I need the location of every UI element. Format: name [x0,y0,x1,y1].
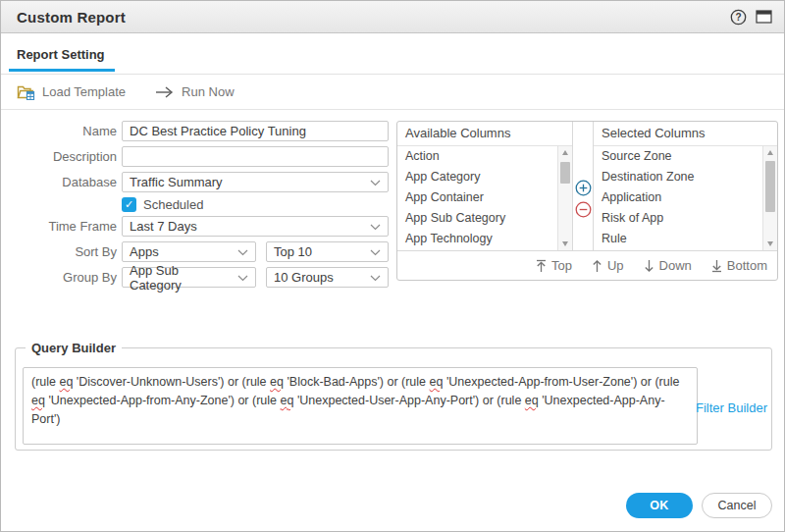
sort-limit-value: Top 10 [274,244,312,259]
group-by-value: App Sub Category [130,263,232,293]
scheduled-row: Scheduled [122,197,203,212]
sort-by-select[interactable]: Apps [122,241,256,262]
name-input[interactable] [122,121,389,141]
description-row: Description [1,146,389,167]
arrow-to-top-icon [536,259,547,273]
move-up-label: Up [607,258,624,273]
time-frame-row: Time Frame Last 7 Days [1,216,389,237]
list-item[interactable]: App Technology [397,229,557,249]
query-builder-legend: Query Builder [26,341,122,355]
list-item[interactable]: Rule [594,229,762,249]
list-item[interactable]: Source Zone [594,146,762,167]
run-now-label: Run Now [182,84,234,99]
move-top-label: Top [551,258,572,273]
selected-columns-header: Selected Columns [594,122,777,146]
move-bottom-label: Bottom [727,258,767,273]
columns-divider [572,122,594,146]
description-input[interactable] [122,146,389,167]
sort-by-label: Sort By [1,244,117,259]
sort-limit-select[interactable]: Top 10 [266,241,389,262]
dialog-title: Custom Report [17,9,126,26]
chevron-down-icon [370,275,381,282]
load-template-folder-icon [17,84,35,100]
load-template-label: Load Template [42,84,126,99]
move-top-button[interactable]: Top [536,258,572,273]
svg-text:?: ? [735,12,741,23]
selected-scrollbar[interactable] [762,146,777,250]
scheduled-label: Scheduled [143,197,203,212]
move-down-button[interactable]: Down [644,258,692,273]
sort-by-row: Sort By Apps Top 10 [1,241,389,262]
sort-by-value: Apps [130,244,159,259]
chevron-down-icon [370,224,381,231]
columns-panel: Available Columns Selected Columns Actio… [396,121,778,281]
group-by-select[interactable]: App Sub Category [122,267,256,288]
move-up-button[interactable]: Up [592,258,624,273]
list-item[interactable]: App Sub Category [397,208,557,229]
chevron-down-icon [370,249,381,256]
list-item[interactable]: App Category [397,167,557,187]
chevron-down-icon [237,275,248,282]
scroll-down-icon[interactable] [562,241,568,246]
scroll-thumb[interactable] [765,161,775,212]
query-input[interactable]: (rule eq 'Discover-Unknown-Users') or (r… [23,367,698,445]
chevron-down-icon [237,249,248,256]
list-item[interactable]: App Container [397,187,557,208]
database-select[interactable]: Traffic Summary [122,172,389,192]
scroll-up-icon[interactable] [562,150,568,155]
arrow-to-bottom-icon [711,259,722,273]
list-item[interactable]: Action [397,146,557,167]
add-column-button[interactable] [575,180,592,196]
column-transfer-controls [572,146,594,250]
filter-builder-link[interactable]: Filter Builder [696,400,767,415]
run-now-button[interactable]: Run Now [155,84,234,99]
tab-bar: Report Setting [1,34,784,75]
name-label: Name [1,124,117,138]
selected-columns-list: Source ZoneDestination ZoneApplicationRi… [594,146,777,250]
list-item[interactable]: Application [594,187,762,208]
group-limit-select[interactable]: 10 Groups [266,267,389,288]
available-columns-header: Available Columns [397,122,572,146]
tab-report-setting[interactable]: Report Setting [9,47,115,72]
available-columns-list: ActionApp CategoryApp ContainerApp Sub C… [397,146,572,250]
time-frame-value: Last 7 Days [130,219,197,234]
toolbar: Load Template Run Now [1,75,784,110]
time-frame-label: Time Frame [1,219,117,234]
remove-column-button[interactable] [575,201,592,218]
name-row: Name [1,121,389,141]
group-by-row: Group By App Sub Category 10 Groups [1,267,389,288]
run-arrow-icon [155,86,175,98]
scroll-thumb[interactable] [560,162,570,184]
database-value: Traffic Summary [130,175,223,189]
arrow-up-icon [592,259,602,273]
scroll-up-icon[interactable] [767,150,773,155]
list-item[interactable]: Destination Zone [594,167,762,187]
group-by-label: Group By [1,270,117,285]
title-bar: Custom Report ? [1,1,784,33]
ok-button[interactable]: OK [626,493,693,518]
group-limit-value: 10 Groups [274,270,334,285]
column-order-actions: Top Up Down [397,250,777,280]
database-label: Database [1,175,117,189]
cancel-button[interactable]: Cancel [702,493,772,518]
arrow-down-icon [644,259,654,273]
chevron-down-icon [370,180,381,186]
list-item[interactable]: Risk of App [594,208,762,229]
scheduled-checkbox[interactable] [122,197,136,212]
available-scrollbar[interactable] [557,146,572,250]
time-frame-select[interactable]: Last 7 Days [122,216,389,237]
move-bottom-button[interactable]: Bottom [711,258,767,273]
database-row: Database Traffic Summary [1,172,389,192]
custom-report-dialog: Custom Report ? Report Setting [0,0,785,532]
load-template-button[interactable]: Load Template [17,84,126,100]
description-label: Description [1,149,117,164]
window-restore-icon[interactable] [755,9,772,25]
help-icon[interactable]: ? [729,9,747,25]
query-builder-group: Query Builder (rule eq 'Discover-Unknown… [15,341,772,451]
move-down-label: Down [659,258,692,273]
scroll-down-icon[interactable] [767,241,773,246]
